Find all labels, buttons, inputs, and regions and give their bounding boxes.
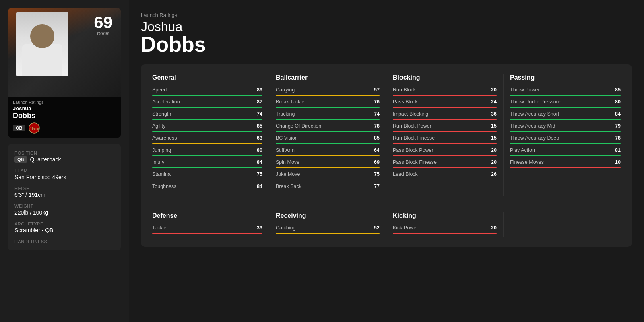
stat-name: Trucking — [276, 111, 295, 117]
stat-item: Jumping 80 — [152, 147, 262, 156]
stat-value: 84 — [615, 111, 621, 117]
stat-item: Throw Power 85 — [510, 87, 621, 96]
stat-value: 81 — [615, 147, 621, 153]
stat-name: Run Block — [393, 87, 416, 93]
stat-value: 75 — [257, 171, 262, 177]
stat-item: Pass Block Finesse 20 — [393, 159, 497, 168]
player-first-name: Joshua — [141, 20, 632, 34]
stat-item: Run Block 20 — [393, 87, 497, 96]
weight-label: Weight — [14, 204, 114, 208]
stat-value: 20 — [491, 147, 497, 153]
stat-value: 89 — [257, 87, 262, 93]
stat-item: Run Block Power 15 — [393, 123, 497, 132]
height-value: 6'3" / 191cm — [14, 192, 114, 198]
stat-name: Throw Power — [510, 87, 540, 93]
handedness-row: Handedness — [14, 239, 114, 244]
weight-row: Weight 220lb / 100kg — [14, 204, 114, 216]
empty-section — [504, 212, 621, 237]
height-label: Height — [14, 186, 114, 191]
svg-text:49ers: 49ers — [29, 126, 39, 130]
stat-value: 36 — [491, 111, 497, 117]
stat-value: 10 — [615, 159, 621, 165]
stat-name: Run Block Power — [393, 123, 431, 129]
stat-item: Break Sack 77 — [276, 184, 380, 192]
stat-name: Lead Block — [393, 171, 418, 177]
ovr-label: OVR — [94, 31, 113, 37]
stat-value: 77 — [374, 184, 380, 189]
stat-name: Throw Under Pressure — [510, 99, 561, 105]
stat-name: Carrying — [276, 87, 295, 93]
stat-name: Finesse Moves — [510, 159, 544, 165]
stat-name: Speed — [152, 87, 167, 93]
stat-item: Catching 52 — [276, 225, 380, 234]
general-section: General Speed 89 Acceleration 87 Strengt… — [152, 74, 269, 196]
stat-value: 80 — [615, 99, 621, 105]
ratings-grid-bottom: Defense Tackle 33 Receiving Catching 52 … — [152, 204, 621, 237]
team-row: Team San Francisco 49ers — [14, 168, 114, 180]
position-row: Position QB Quarterback — [14, 151, 114, 163]
stat-item: Tackle 33 — [152, 225, 262, 234]
stat-item: Speed 89 — [152, 87, 262, 96]
blocking-section: Blocking Run Block 20 Pass Block 24 Impa… — [386, 74, 504, 196]
stat-value: 63 — [257, 135, 262, 141]
stat-name: Break Sack — [276, 184, 301, 189]
card-last-name: Dobbs — [13, 111, 116, 120]
stat-name: Catching — [276, 225, 295, 231]
team-label: Team — [14, 168, 114, 173]
kicking-section: Kicking Kick Power 20 — [386, 212, 504, 237]
stat-item: BC Vision 85 — [276, 135, 380, 144]
stat-value: 20 — [491, 225, 497, 231]
receiving-section: Receiving Catching 52 — [269, 212, 386, 237]
stat-name: Kick Power — [393, 225, 418, 231]
stat-value: 84 — [257, 184, 262, 189]
position-badge: QB — [13, 125, 25, 131]
stat-name: Change Of Direction — [276, 123, 321, 129]
player-card-bottom: Launch Ratings Joshua Dobbs QB 49ers — [8, 97, 121, 138]
blocking-stats-list: Run Block 20 Pass Block 24 Impact Blocki… — [393, 87, 497, 180]
stat-name: BC Vision — [276, 135, 298, 141]
stat-name: Throw Accuracy Mid — [510, 123, 555, 129]
card-rating-label: Launch Ratings — [13, 100, 116, 105]
defense-title: Defense — [152, 212, 262, 219]
main-content: Launch Ratings Joshua Dobbs General Spee… — [129, 0, 644, 322]
kicking-stats-list: Kick Power 20 — [393, 225, 497, 234]
player-header: Launch Ratings Joshua Dobbs — [141, 12, 632, 55]
stat-name: Jumping — [152, 147, 171, 153]
stat-value: 33 — [257, 225, 262, 231]
stat-value: 79 — [615, 123, 621, 129]
stat-name: Play Action — [510, 147, 535, 153]
ballcarrier-section: Ballcarrier Carrying 57 Break Tackle 76 … — [269, 74, 386, 196]
stat-name: Tackle — [152, 225, 166, 231]
passing-title: Passing — [510, 74, 621, 81]
player-info-box: Position QB Quarterback Team San Francis… — [8, 144, 121, 250]
stat-name: Stiff Arm — [276, 147, 295, 153]
stat-item: Run Block Finesse 15 — [393, 135, 497, 144]
stat-value: 74 — [257, 111, 262, 117]
stat-value: 20 — [491, 159, 497, 165]
general-title: General — [152, 74, 262, 81]
defense-section: Defense Tackle 33 — [152, 212, 269, 237]
handedness-label: Handedness — [14, 239, 114, 244]
ovr-badge: 69 OVR — [94, 14, 113, 37]
stat-item: Lead Block 26 — [393, 171, 497, 180]
stat-name: Injury — [152, 159, 165, 165]
receiving-title: Receiving — [276, 212, 380, 219]
stat-item: Trucking 74 — [276, 111, 380, 120]
stat-value: 85 — [374, 135, 380, 141]
stat-value: 20 — [491, 87, 497, 93]
player-card: 69 OVR Launch Ratings Joshua Dobbs QB 49… — [8, 8, 121, 138]
stat-item: Break Tackle 76 — [276, 99, 380, 108]
ballcarrier-title: Ballcarrier — [276, 74, 380, 81]
stat-item: Agility 85 — [152, 123, 262, 132]
stat-name: Throw Accuracy Deep — [510, 135, 559, 141]
defense-stats-list: Tackle 33 — [152, 225, 262, 234]
height-row: Height 6'3" / 191cm — [14, 186, 114, 198]
stat-name: Juke Move — [276, 171, 300, 177]
stat-item: Kick Power 20 — [393, 225, 497, 234]
stat-name: Awareness — [152, 135, 177, 141]
receiving-stats-list: Catching 52 — [276, 225, 380, 234]
stat-item: Toughness 84 — [152, 184, 262, 192]
stat-item: Pass Block 24 — [393, 99, 497, 108]
ballcarrier-stats-list: Carrying 57 Break Tackle 76 Trucking 74 … — [276, 87, 380, 192]
stat-value: 84 — [257, 159, 262, 165]
